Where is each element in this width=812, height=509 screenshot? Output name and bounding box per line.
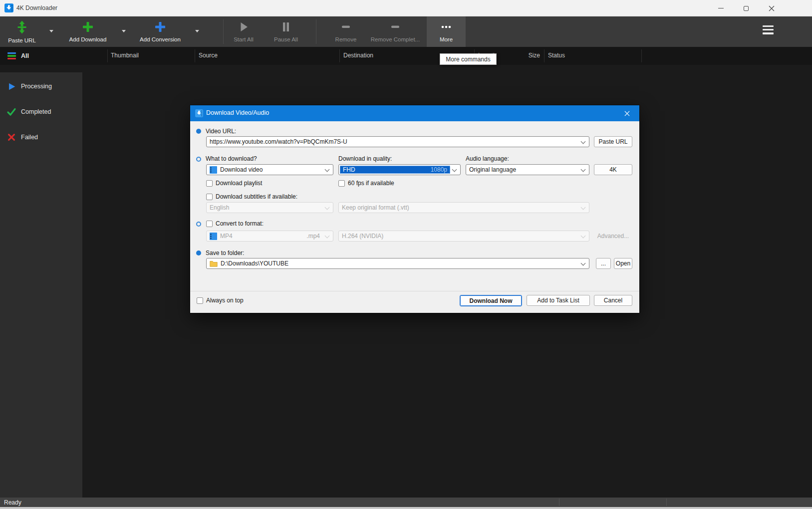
sidebar-item-all[interactable]: All <box>0 48 82 63</box>
subtitle-format-combo[interactable]: Keep original format (.vtt) <box>338 202 589 213</box>
convert-bullet <box>196 222 201 227</box>
fps-checkbox-row[interactable]: 60 fps if available <box>338 180 394 187</box>
audio-language-combo[interactable]: Original language <box>466 164 589 175</box>
start-all-toolbar-button[interactable]: Start All <box>227 16 260 47</box>
dialog-close-icon <box>624 111 630 116</box>
add-to-task-list-button[interactable]: Add to Task List <box>527 295 590 306</box>
column-header-status[interactable]: Status <box>548 52 565 59</box>
column-header-size[interactable]: Size <box>522 52 540 59</box>
minimize-button[interactable] <box>709 0 732 16</box>
completed-icon <box>6 107 16 117</box>
save-folder-combo[interactable]: D:\Downloads\YOUTUBE <box>206 258 589 269</box>
add-download-toolbar-button[interactable]: Add Download <box>64 16 112 47</box>
sidebar-item-failed[interactable]: Failed <box>0 130 82 145</box>
start-all-icon <box>238 21 250 35</box>
sidebar-item-completed[interactable]: Completed <box>0 104 82 119</box>
menu-hamburger-icon[interactable] <box>763 25 774 34</box>
always-on-top-checkbox[interactable] <box>197 297 203 304</box>
video-url-value: https://www.youtube.com/watch?v=PbQCmKm7… <box>210 138 347 145</box>
close-button[interactable] <box>760 0 783 16</box>
subtitles-checkbox-row[interactable]: Download subtitles if available: <box>206 193 297 200</box>
what-to-download-combo[interactable]: Download video <box>206 164 333 175</box>
quality-selection: FHD 1080p <box>340 166 450 174</box>
what-to-download-value: Download video <box>220 166 263 173</box>
advanced-button[interactable]: Advanced... <box>594 231 632 242</box>
paste-url-button[interactable]: Paste URL <box>594 136 632 147</box>
convert-format-value: MP4 <box>220 233 233 240</box>
dialog-separator <box>190 291 639 291</box>
video-film-icon <box>210 233 217 240</box>
save-folder-bullet <box>196 251 201 255</box>
paste-url-icon <box>16 20 28 36</box>
column-header-destination[interactable]: Destination <box>343 52 373 59</box>
video-url-label: Video URL: <box>206 128 236 135</box>
chevron-down-icon <box>581 234 586 239</box>
remove-completed-toolbar-button[interactable]: Remove Complet... <box>366 16 424 47</box>
window-title: 4K Downloader <box>16 4 57 11</box>
pause-all-icon <box>280 21 292 35</box>
subtitle-language-combo[interactable]: English <box>206 202 333 213</box>
dialog-close-button[interactable] <box>618 105 635 121</box>
what-to-download-label: What to download? <box>206 155 257 162</box>
cancel-button[interactable]: Cancel <box>594 295 632 306</box>
convert-ext-value: .mp4 <box>306 233 320 240</box>
chevron-down-icon[interactable] <box>581 261 586 266</box>
chevron-down-icon[interactable] <box>581 139 586 144</box>
chevron-down-icon <box>325 205 330 210</box>
column-separator <box>641 49 642 62</box>
what-to-download-bullet <box>196 157 201 162</box>
pause-all-toolbar-button[interactable]: Pause All <box>270 16 302 47</box>
column-header-source[interactable]: Source <box>199 52 218 59</box>
more-toolbar-button[interactable]: More <box>427 16 466 47</box>
convert-checkbox[interactable] <box>206 221 213 227</box>
dialog-title: Download Video/Audio <box>206 109 269 116</box>
subtitles-label: Download subtitles if available: <box>216 193 297 200</box>
video-url-combo[interactable]: https://www.youtube.com/watch?v=PbQCmKm7… <box>206 136 589 147</box>
paste-url-toolbar-button[interactable]: Paste URL <box>3 16 41 47</box>
add-download-icon <box>82 21 94 35</box>
add-download-dropdown-caret[interactable] <box>122 30 126 32</box>
download-now-button[interactable]: Download Now <box>460 295 522 306</box>
chevron-down-icon[interactable] <box>452 167 457 172</box>
window-titlebar: 4K Downloader <box>0 0 812 16</box>
all-filter-icon <box>6 51 16 61</box>
column-header-thumbnail[interactable]: Thumbnail <box>111 52 139 59</box>
save-folder-label: Save to folder: <box>206 250 244 256</box>
maximize-button[interactable] <box>735 0 758 16</box>
fps-checkbox[interactable] <box>338 180 345 187</box>
more-commands-tooltip: More commands <box>440 53 497 65</box>
add-conversion-dropdown-caret[interactable] <box>195 30 199 32</box>
quality-label: Download in quality: <box>338 155 392 162</box>
convert-checkbox-row[interactable]: Convert to format: <box>206 220 264 227</box>
browse-button[interactable]: ... <box>596 258 611 269</box>
video-url-bullet <box>196 129 201 134</box>
subtitle-language-value: English <box>210 204 229 211</box>
convert-format-combo[interactable]: MP4 .mp4 <box>206 231 333 242</box>
column-separator <box>339 49 340 62</box>
app-logo-icon <box>4 3 13 14</box>
open-folder-button[interactable]: Open <box>614 258 632 269</box>
status-bar: Ready <box>0 498 812 507</box>
4k-button[interactable]: 4K <box>594 164 632 175</box>
subtitle-format-value: Keep original format (.vtt) <box>342 204 409 211</box>
add-conversion-toolbar-button[interactable]: Add Conversion <box>136 16 185 47</box>
minimize-icon <box>718 8 724 9</box>
sidebar-panel: Processing Completed Failed <box>0 72 82 498</box>
paste-url-dropdown-caret[interactable] <box>49 30 53 32</box>
sidebar-item-processing[interactable]: Processing <box>0 79 82 94</box>
remove-toolbar-button[interactable]: Remove <box>328 16 363 47</box>
column-separator <box>107 49 108 62</box>
subtitles-checkbox[interactable] <box>206 194 213 200</box>
download-playlist-checkbox-row[interactable]: Download playlist <box>206 180 262 187</box>
chevron-down-icon[interactable] <box>325 167 330 172</box>
download-playlist-checkbox[interactable] <box>206 180 213 187</box>
failed-icon <box>6 132 16 142</box>
quality-combo[interactable]: FHD 1080p <box>338 164 461 175</box>
column-separator <box>544 49 544 62</box>
processing-icon <box>6 81 16 91</box>
chevron-down-icon[interactable] <box>581 167 586 172</box>
always-on-top-checkbox-row[interactable]: Always on top <box>197 297 244 304</box>
convert-codec-combo[interactable]: H.264 (NVIDIA) <box>338 231 589 242</box>
always-on-top-label: Always on top <box>206 297 244 304</box>
fps-label: 60 fps if available <box>348 180 394 187</box>
